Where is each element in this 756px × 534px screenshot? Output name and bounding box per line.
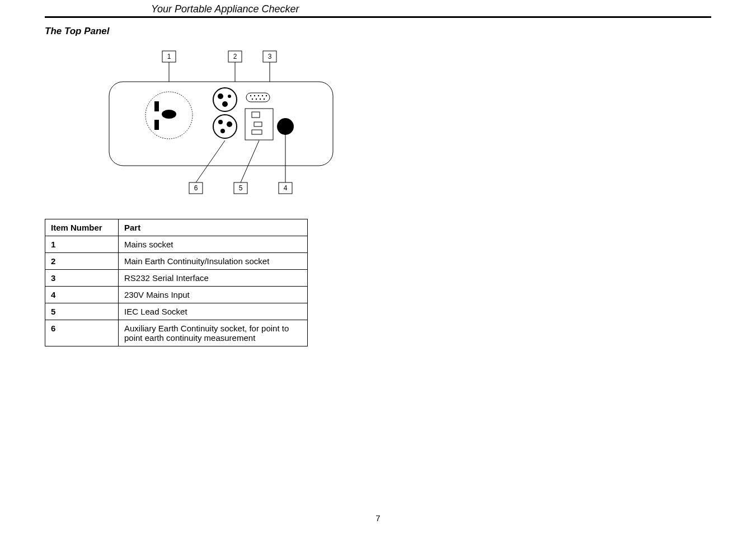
svg-point-28 bbox=[264, 99, 265, 100]
earth-continuity-socket-icon bbox=[213, 88, 237, 111]
table-head-part: Part bbox=[119, 219, 308, 236]
table-row: 5 IEC Lead Socket bbox=[45, 303, 308, 320]
svg-point-11 bbox=[213, 88, 237, 111]
svg-rect-9 bbox=[154, 101, 159, 111]
top-panel-diagram: 1 2 3 bbox=[84, 48, 341, 205]
document-page: Your Portable Appliance Checker The Top … bbox=[0, 0, 756, 534]
table-cell-part: IEC Lead Socket bbox=[119, 303, 308, 320]
table-row: 3 RS232 Serial Interface bbox=[45, 270, 308, 287]
svg-point-27 bbox=[260, 99, 261, 100]
svg-rect-10 bbox=[154, 120, 159, 130]
header-area: Your Portable Appliance Checker bbox=[151, 0, 375, 16]
table-cell-num: 5 bbox=[45, 303, 119, 320]
diagram-label-4: 4 bbox=[284, 184, 288, 192]
svg-point-23 bbox=[262, 95, 263, 96]
diagram-label-1: 1 bbox=[167, 53, 171, 60]
page-header: Your Portable Appliance Checker bbox=[151, 0, 375, 16]
svg-point-17 bbox=[227, 121, 232, 127]
svg-point-14 bbox=[222, 101, 228, 107]
rs232-icon bbox=[246, 93, 270, 102]
svg-point-12 bbox=[218, 93, 223, 99]
table-row: 2 Main Earth Continuity/Insulation socke… bbox=[45, 253, 308, 270]
iec-mains-block bbox=[245, 109, 273, 140]
table-cell-part: 230V Mains Input bbox=[119, 287, 308, 303]
svg-point-20 bbox=[250, 95, 251, 96]
svg-point-8 bbox=[162, 110, 176, 119]
diagram-label-3: 3 bbox=[268, 53, 272, 60]
table-head-row: Item Number Part bbox=[45, 219, 308, 236]
svg-point-15 bbox=[213, 115, 237, 138]
table-cell-part: RS232 Serial Interface bbox=[119, 270, 308, 287]
diagram-label-5: 5 bbox=[239, 184, 243, 192]
table-cell-num: 1 bbox=[45, 236, 119, 253]
diagram-label-2: 2 bbox=[233, 53, 237, 60]
table-cell-num: 3 bbox=[45, 270, 119, 287]
table-cell-part: Mains socket bbox=[119, 236, 308, 253]
svg-rect-29 bbox=[245, 109, 273, 140]
table-cell-num: 4 bbox=[45, 287, 119, 303]
svg-point-16 bbox=[218, 120, 223, 124]
svg-point-26 bbox=[256, 99, 257, 100]
table-cell-num: 6 bbox=[45, 320, 119, 346]
header-rule bbox=[45, 16, 711, 18]
table-cell-num: 2 bbox=[45, 253, 119, 270]
page-number: 7 bbox=[0, 513, 756, 523]
svg-point-18 bbox=[220, 129, 225, 133]
svg-point-13 bbox=[228, 95, 231, 98]
table-row: 6 Auxiliary Earth Continuity socket, for… bbox=[45, 320, 308, 346]
mains-input-icon bbox=[277, 118, 294, 135]
svg-rect-19 bbox=[246, 93, 270, 102]
aux-earth-socket-icon bbox=[213, 115, 237, 138]
table-cell-part: Main Earth Continuity/Insulation socket bbox=[119, 253, 308, 270]
table-row: 1 Mains socket bbox=[45, 236, 308, 253]
svg-point-24 bbox=[266, 95, 267, 96]
table-cell-part: Auxiliary Earth Continuity socket, for p… bbox=[119, 320, 308, 346]
svg-point-22 bbox=[258, 95, 259, 96]
table-head-item: Item Number bbox=[45, 219, 119, 236]
diagram-label-6: 6 bbox=[194, 184, 198, 192]
table-row: 4 230V Mains Input bbox=[45, 287, 308, 303]
section-title: The Top Panel bbox=[45, 26, 711, 37]
svg-point-25 bbox=[252, 99, 253, 100]
svg-point-21 bbox=[254, 95, 255, 96]
parts-table: Item Number Part 1 Mains socket 2 Main E… bbox=[45, 219, 308, 346]
